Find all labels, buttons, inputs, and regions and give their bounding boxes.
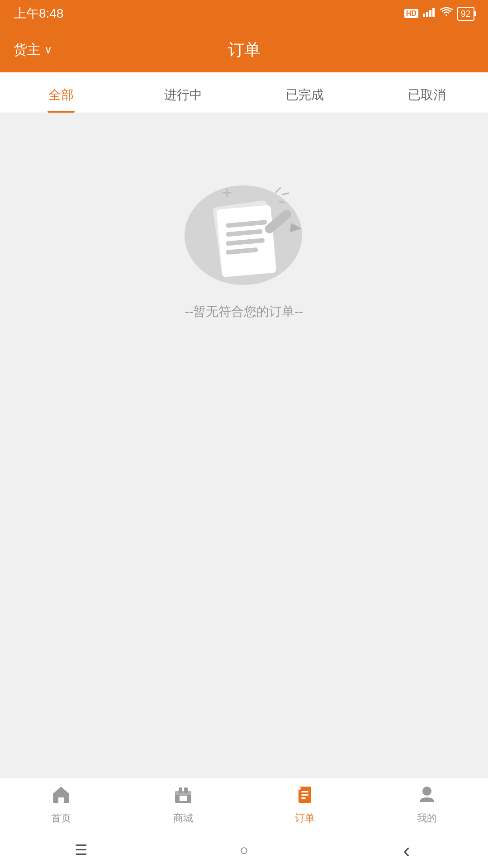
nav-mine[interactable]: 我的: [366, 778, 488, 832]
status-time: 上午8:48: [14, 5, 64, 22]
svg-line-15: [283, 193, 289, 194]
battery-icon: 92: [457, 7, 474, 21]
circle-icon: ○: [240, 842, 248, 859]
user-selector[interactable]: 货主 ∨: [14, 41, 52, 59]
svg-rect-2: [429, 10, 431, 17]
page-header: 货主 ∨ 订单: [0, 27, 488, 72]
svg-point-30: [422, 787, 431, 796]
chevron-down-icon: ∨: [44, 43, 52, 56]
empty-message: --暂无符合您的订单--: [185, 303, 303, 320]
bottom-nav: 首页 商城 订单: [0, 778, 488, 832]
svg-text:+: +: [222, 183, 232, 203]
system-home-button[interactable]: ○: [230, 836, 257, 863]
main-content: + --暂无符合您的订单--: [0, 113, 488, 778]
nav-home-label: 首页: [51, 811, 71, 825]
tab-inprogress[interactable]: 进行中: [122, 72, 244, 113]
svg-line-14: [276, 188, 280, 192]
system-nav: ☰ ○ ‹: [0, 832, 488, 868]
nav-shop[interactable]: 商城: [122, 778, 244, 832]
nav-home[interactable]: 首页: [0, 778, 122, 832]
svg-rect-0: [423, 14, 425, 17]
svg-rect-27: [301, 794, 308, 796]
svg-rect-22: [179, 787, 182, 793]
user-label: 货主: [14, 41, 41, 59]
tab-cancelled[interactable]: 已取消: [366, 72, 488, 113]
svg-rect-19: [58, 797, 64, 803]
svg-point-29: [298, 787, 301, 790]
svg-rect-28: [301, 797, 306, 799]
nav-mine-label: 我的: [417, 811, 437, 825]
status-bar: 上午8:48 HD 92: [0, 0, 488, 27]
tab-all[interactable]: 全部: [0, 72, 122, 113]
home-icon: [51, 785, 71, 808]
page-title: 订单: [228, 39, 261, 61]
shop-icon: [173, 785, 193, 808]
svg-rect-1: [426, 12, 428, 17]
hd-badge: HD: [404, 9, 418, 18]
svg-rect-21: [175, 791, 191, 795]
empty-state: + --暂无符合您的订单--: [176, 149, 312, 320]
tab-bar: 全部 进行中 已完成 已取消: [0, 72, 488, 113]
back-icon: ‹: [403, 838, 410, 863]
svg-marker-18: [53, 787, 69, 794]
svg-rect-24: [180, 796, 187, 801]
nav-shop-label: 商城: [173, 811, 193, 825]
system-menu-button[interactable]: ☰: [68, 836, 95, 863]
svg-rect-23: [184, 787, 188, 793]
empty-illustration: +: [176, 149, 312, 285]
nav-orders[interactable]: 订单: [244, 778, 366, 832]
menu-icon: ☰: [75, 841, 88, 859]
wifi-icon: [440, 7, 453, 20]
svg-rect-26: [301, 791, 308, 792]
signal-icon: [423, 7, 436, 20]
mine-icon: [417, 785, 437, 808]
svg-rect-3: [432, 8, 435, 17]
tab-completed[interactable]: 已完成: [244, 72, 366, 113]
status-icons: HD 92: [404, 7, 474, 21]
system-back-button[interactable]: ‹: [393, 836, 420, 863]
nav-orders-label: 订单: [295, 811, 315, 825]
orders-icon: [295, 785, 315, 808]
